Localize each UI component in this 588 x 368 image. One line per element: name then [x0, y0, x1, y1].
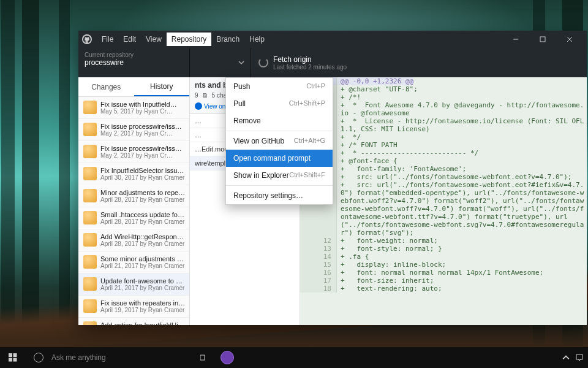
menu-item-label: Repository settings…: [233, 191, 303, 200]
menu-file[interactable]: File: [97, 33, 118, 46]
commit-row[interactable]: Update font-awesome to 4.7 per pr…April …: [78, 274, 189, 296]
diff-line: 4 * License - http://fontawesome.io/lice…: [300, 117, 587, 133]
close-button[interactable]: [556, 31, 583, 48]
commit-row[interactable]: Fix issue with repeaters in renderVa…Apr…: [78, 296, 189, 318]
github-logo-icon: [82, 34, 92, 44]
menu-edit[interactable]: Edit: [118, 33, 141, 46]
commit-title: Fix issue with Inputfield…: [100, 101, 177, 108]
commit-row[interactable]: Fix InputfieldSelector issue identifie…A…: [78, 163, 189, 185]
svg-rect-0: [540, 37, 545, 42]
menu-item-repository-settings-[interactable]: Repository settings…: [226, 187, 333, 204]
svg-rect-7: [576, 355, 582, 359]
tabs: Changes History: [78, 77, 189, 97]
commit-title: Fix InputfieldSelector issue identifie…: [100, 167, 186, 174]
avatar: [83, 145, 97, 158]
taskbar[interactable]: Ask me anything: [0, 347, 588, 368]
diff-line: 16 font: normal normal normal 14px/1 Fon…: [300, 269, 587, 277]
minimize-button[interactable]: [502, 31, 529, 48]
commit-row[interactable]: Fix issue processwire/iss…May 2, 2017 by…: [78, 119, 189, 141]
commit-row[interactable]: Fix issue processwire/iss…May 2, 2017 by…: [78, 141, 189, 163]
notifications-icon[interactable]: [576, 354, 583, 361]
menu-item-label: Open command prompt: [233, 154, 311, 163]
task-view-icon: [200, 354, 210, 361]
repo-selector[interactable]: Current repository processwire: [78, 48, 190, 77]
maximize-button[interactable]: [529, 31, 556, 48]
chevron-down-icon: [238, 59, 244, 66]
left-column: Changes History Fix issue with Inputfiel…: [78, 77, 190, 325]
menu-item-shortcut: Ctrl+Shift+P: [289, 99, 325, 108]
avatar: [83, 101, 97, 114]
titlebar[interactable]: FileEditViewRepositoryBranchHelp: [78, 31, 587, 48]
commit-meta: April 21, 2017 by Ryan Cramer: [100, 263, 186, 269]
sync-icon: [258, 58, 268, 67]
menu-item-label: Remove: [233, 117, 261, 125]
diff-line: 15 display: inline-block;: [300, 261, 587, 269]
diff-line: 12 font-weight: normal;: [300, 237, 587, 245]
tab-history[interactable]: History: [134, 77, 190, 96]
avatar: [83, 321, 97, 325]
commit-row[interactable]: Small .htaccess update for HTTPS re…Apri…: [78, 207, 189, 229]
commit-row[interactable]: Add WireHttp::getResponseHeader…April 28…: [78, 229, 189, 251]
menu-item-show-in-explorer[interactable]: Show in ExplorerCtrl+Shift+F: [226, 167, 333, 184]
window-controls: [502, 31, 583, 48]
commit-title: Small .htaccess update for HTTPS re…: [100, 211, 186, 218]
toolbar: Current repository processwire Fetch ori…: [78, 48, 587, 77]
commit-meta: April 19, 2017 by Ryan Cramer: [100, 307, 186, 313]
diff-line: 2/*!: [300, 93, 587, 101]
commit-row[interactable]: Minor adjustments to repeater and …April…: [78, 185, 189, 207]
tray-chevron-icon[interactable]: [562, 354, 570, 361]
file-name: …: [195, 131, 202, 139]
system-tray[interactable]: [562, 354, 588, 361]
commit-row[interactable]: Fix issue with Inputfield…May 5, 2017 by…: [78, 97, 189, 119]
menu-item-push[interactable]: PushCtrl+P: [226, 78, 333, 95]
commit-title: Minor adjustments to repeater and …: [100, 189, 186, 196]
commit-list[interactable]: Fix issue with Inputfield…May 5, 2017 by…: [78, 97, 189, 325]
diff-line: 10 src: url("../fonts/fontawesome-webfon…: [300, 173, 587, 181]
menu-view[interactable]: View: [141, 33, 167, 46]
menu-branch[interactable]: Branch: [211, 33, 244, 46]
menu-item-shortcut: Ctrl+P: [306, 82, 325, 91]
commit-row[interactable]: Add option for InputfieldHidden to …Apri…: [78, 318, 189, 325]
commit-meta: April 21, 2017 by Ryan Cramer: [100, 285, 186, 291]
cortana-icon: [34, 353, 43, 362]
taskbar-search-placeholder: Ask me anything: [51, 353, 106, 362]
app-icon: [221, 351, 234, 364]
commit-title: Add WireHttp::getResponseHeader…: [100, 233, 186, 240]
diff-line: 5 */: [300, 133, 587, 141]
commit-meta: May 2, 2017 by Ryan Cr…: [100, 130, 182, 137]
commit-title: Fix issue with repeaters in renderVa…: [100, 299, 186, 307]
svg-rect-4: [13, 358, 17, 362]
taskbar-app-github-desktop[interactable]: [219, 349, 236, 366]
commit-meta: April 30, 2017 by Ryan Cramer: [100, 174, 186, 181]
commit-meta: May 2, 2017 by Ryan Cr…: [100, 152, 182, 159]
menu-item-shortcut: Ctrl+Shift+F: [289, 171, 325, 180]
commit-title: Fix issue processwire/iss…: [100, 145, 182, 152]
taskbar-search[interactable]: Ask me anything: [51, 347, 192, 368]
avatar: [83, 189, 97, 202]
avatar: [83, 211, 97, 224]
cortana-button[interactable]: [26, 347, 51, 368]
menu-help[interactable]: Help: [244, 33, 270, 46]
menu-item-open-command-prompt[interactable]: Open command prompt: [226, 150, 333, 167]
tab-changes[interactable]: Changes: [78, 77, 134, 96]
menu-repository[interactable]: Repository: [167, 33, 211, 46]
branch-selector[interactable]: [190, 48, 251, 77]
diff-view[interactable]: @@ -0,0 +1,2326 @@1@charset "UTF-8";2/*!…: [300, 77, 587, 325]
menu-item-view-on-github[interactable]: View on GitHubCtrl+Alt+G: [226, 132, 333, 150]
diff-line: 3 * Font Awesome 4.7.0 by @davegandy - h…: [300, 101, 587, 117]
diff-line: 1@charset "UTF-8";: [300, 85, 587, 93]
menu-item-pull[interactable]: PullCtrl+Shift+P: [226, 95, 333, 112]
github-icon: [195, 102, 202, 110]
menu-item-label: Pull: [233, 99, 246, 108]
avatar: [83, 233, 97, 247]
svg-rect-5: [200, 355, 205, 360]
diff-line: 8@font-face {: [300, 157, 587, 165]
commit-row[interactable]: Some minor adjustments and bump…April 21…: [78, 251, 189, 274]
commit-title: Update font-awesome to 4.7 per pr…: [100, 277, 186, 285]
start-button[interactable]: [0, 347, 26, 368]
task-view-button[interactable]: [192, 347, 218, 368]
repo-selector-value: processwire: [85, 58, 183, 67]
menu-item-remove[interactable]: Remove: [226, 112, 333, 129]
fetch-origin-button[interactable]: Fetch origin Last fetched 2 minutes ago: [251, 48, 587, 77]
avatar: [83, 255, 97, 269]
